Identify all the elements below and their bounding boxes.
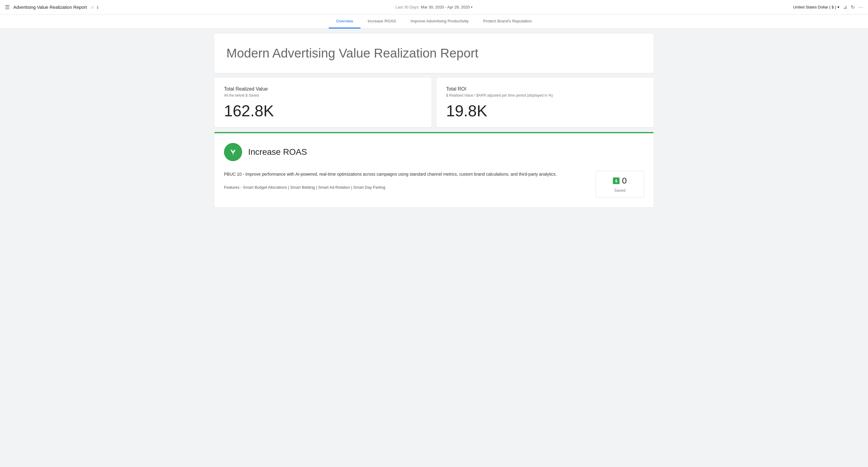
metric-label-realized: Total Realized Value [224,86,422,92]
section-increase-roas: Increase ROAS PBUC 10 - Improve performa… [214,133,654,207]
metric-label-roi: Total ROI [446,86,644,92]
main-content: Modern Advertising Value Realization Rep… [207,29,661,212]
section-title: Increase ROAS [248,147,307,157]
date-range-chevron: ▾ [471,5,472,9]
tab-nav-inner: Overview Increase ROAS Improve Advertisi… [329,14,539,28]
metric-sub-roi: $ Realised Value / $ARR adjusted per tim… [446,93,644,98]
section-body: PBUC 10 - Improve performance with AI-po… [224,171,644,198]
section-desc-text: PBUC 10 - Improve performance with AI-po… [224,171,588,177]
tab-overview[interactable]: Overview [329,14,360,28]
star-icon[interactable]: ☆ [91,5,94,10]
date-range-selector[interactable]: Last 30 Days: Mar 30, 2020 - Apr 28, 202… [396,5,472,9]
info-icon[interactable]: ℹ [97,5,98,10]
refresh-icon[interactable]: ↻ [851,4,855,10]
currency-chevron: ▾ [837,5,840,9]
metric-card-total-realized: Total Realized Value All the below $ Sav… [214,78,432,127]
more-options-icon[interactable]: ⋯ [858,4,863,10]
tab-protect-brand[interactable]: Protect Brand's Reputation [476,14,539,28]
increase-roas-icon [224,143,242,161]
dollar-icon: $ [613,177,620,184]
currency-label: United States Dollar ( $ ) [793,5,836,9]
page-title: Advertising Value Realization Report [13,4,87,10]
value-label: Saved [602,188,638,193]
title-icons: ☆ ℹ [91,5,98,10]
top-bar-left: ☰ Advertising Value Realization Report ☆… [5,4,291,10]
value-badge: $ 0 Saved [596,171,644,198]
section-description: PBUC 10 - Improve performance with AI-po… [224,171,588,189]
svg-rect-1 [233,152,234,155]
top-bar: ☰ Advertising Value Realization Report ☆… [0,0,868,14]
currency-selector[interactable]: United States Dollar ( $ ) ▾ [793,5,840,9]
section-header: Increase ROAS [224,143,644,161]
hero-card: Modern Advertising Value Realization Rep… [214,34,654,73]
roas-svg-icon [227,147,239,157]
features-text: Features - Smart Budget Allocations | Sm… [224,185,588,189]
metric-card-total-roi: Total ROI $ Realised Value / $ARR adjust… [436,78,654,127]
filter-icon[interactable]: ⊿ [843,4,847,10]
date-range-value: Mar 30, 2020 - Apr 28, 2020 [421,5,470,9]
tab-increase-roas[interactable]: Increase ROAS [361,14,403,28]
top-bar-right: United States Dollar ( $ ) ▾ ⊿ ↻ ⋯ [577,4,863,10]
value-number: 0 [622,176,627,186]
tab-improve-advertising[interactable]: Improve Advertising Productivity [403,14,476,28]
metric-value-roi: 19.8K [446,103,644,119]
date-range-label: Last 30 Days: [396,5,420,9]
value-badge-header: $ 0 [602,176,638,186]
metric-value-realized: 162.8K [224,103,422,119]
metrics-row: Total Realized Value All the below $ Sav… [214,78,654,127]
menu-icon[interactable]: ☰ [5,4,10,10]
hero-title: Modern Advertising Value Realization Rep… [226,46,642,61]
section-area: Increase ROAS PBUC 10 - Improve performa… [214,132,654,207]
top-bar-center: Last 30 Days: Mar 30, 2020 - Apr 28, 202… [291,5,577,9]
tab-navigation: Overview Increase ROAS Improve Advertisi… [0,14,868,29]
metric-sub-realized: All the below $ Saved [224,93,422,98]
